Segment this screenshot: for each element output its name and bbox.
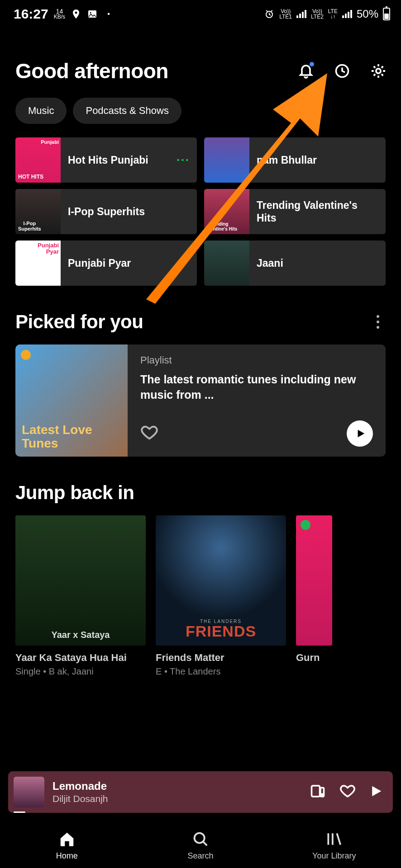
library-icon (325, 830, 343, 848)
clock-icon (334, 63, 350, 79)
picked-section-header: Picked for you (0, 286, 401, 344)
heart-icon (339, 783, 356, 799)
quick-label: I-Pop Superhits (61, 205, 197, 218)
play-button[interactable] (347, 420, 373, 447)
jump-card[interactable]: THE LANDERSFRIENDS Friends Matter E • Th… (156, 515, 286, 677)
nav-library[interactable]: Your Library (289, 830, 379, 861)
picked-cover: Latest Love Tunes (15, 344, 128, 457)
like-button[interactable] (339, 783, 356, 801)
like-button[interactable] (140, 424, 158, 443)
home-icon (58, 830, 76, 848)
status-clock: 16:27 (14, 6, 48, 22)
jump-card[interactable]: Gurn (296, 515, 332, 677)
jump-card[interactable]: Yaar x Sataya Yaar Ka Sataya Hua Hai Sin… (15, 515, 146, 677)
svg-rect-6 (312, 786, 320, 797)
now-playing-title: Lemonade (53, 780, 310, 793)
quick-card[interactable]: Jaani (204, 241, 386, 286)
jump-title: Yaar Ka Sataya Hua Hai (15, 652, 146, 664)
jump-subtitle: Single • B ak, Jaani (15, 666, 146, 677)
now-playing-artist: Diljit Dosanjh (53, 793, 310, 804)
jump-section-header: Jump back in (0, 457, 401, 515)
svg-point-2 (90, 12, 91, 14)
play-icon (356, 429, 366, 439)
signal-icon-2 (342, 10, 352, 18)
recently-played-button[interactable] (333, 62, 351, 80)
quick-card[interactable]: Punjabi Pyar Punjabi Pyar (15, 241, 197, 286)
now-playing-cover (14, 777, 44, 807)
svg-point-8 (322, 794, 323, 795)
quick-label: Punjabi Pyar (61, 257, 197, 269)
greeting-title: Good afternoon (15, 59, 168, 83)
play-pause-button[interactable] (369, 784, 383, 800)
quick-card[interactable]: HOT HITSPunjabi Hot Hits Punjabi ··· (15, 137, 197, 183)
heart-icon (140, 424, 158, 442)
more-options-button[interactable] (370, 314, 386, 330)
jump-title: Gurn (296, 652, 332, 664)
play-icon (369, 784, 383, 798)
svg-point-9 (195, 833, 205, 843)
devices-icon (310, 783, 326, 799)
sim2-indicator: Vo))LTE2 (311, 9, 324, 19)
notification-dot (310, 62, 314, 66)
svg-rect-1 (88, 10, 96, 18)
filter-chips: Music Podcasts & Shows (0, 96, 401, 137)
battery-icon (383, 8, 390, 20)
image-icon (87, 9, 98, 19)
jump-title: Friends Matter (156, 652, 286, 664)
search-icon (192, 830, 209, 848)
quick-card[interactable]: nam Bhullar (204, 137, 386, 183)
now-playing-indicator-icon: ··· (177, 153, 190, 167)
chip-music[interactable]: Music (15, 98, 67, 124)
bottom-nav: Home Search Your Library (0, 814, 401, 868)
home-header: Good afternoon (0, 27, 401, 96)
spotify-badge-icon (21, 350, 31, 360)
chip-podcasts[interactable]: Podcasts & Shows (73, 98, 181, 124)
gear-icon (370, 62, 387, 80)
sim1-indicator: Vo))LTE1 (279, 9, 292, 19)
network-speed: 14 KB/s (54, 9, 65, 19)
nav-search[interactable]: Search (155, 830, 246, 861)
dot-icon: • (103, 9, 114, 19)
quick-card[interactable]: nding alentine's Hits Trending Valentine… (204, 189, 386, 234)
jump-row[interactable]: Yaar x Sataya Yaar Ka Sataya Hua Hai Sin… (0, 515, 401, 677)
lte-indicator: LTE↓↑ (328, 9, 338, 19)
settings-button[interactable] (369, 62, 387, 80)
quick-label: nam Bhullar (249, 154, 386, 166)
quick-play-grid: HOT HITSPunjabi Hot Hits Punjabi ··· nam… (0, 137, 401, 286)
alarm-icon (264, 9, 275, 19)
battery-percent: 50% (357, 8, 378, 20)
picked-type: Playlist (140, 354, 373, 366)
svg-point-5 (376, 69, 381, 73)
now-playing-bar[interactable]: Lemonade Diljit Dosanjh (8, 771, 393, 813)
notifications-button[interactable] (297, 62, 315, 80)
progress-indicator (14, 811, 25, 813)
location-icon (71, 9, 81, 19)
quick-label: Hot Hits Punjabi (61, 154, 177, 166)
connect-device-button[interactable] (310, 783, 326, 801)
signal-icon-1 (296, 10, 306, 18)
jump-subtitle: E • The Landers (156, 666, 286, 677)
picked-description: The latest romantic tunes including new … (140, 372, 373, 402)
svg-point-0 (75, 12, 77, 14)
quick-label: Trending Valentine's Hits (249, 199, 386, 224)
section-title: Jump back in (15, 482, 134, 504)
picked-card[interactable]: Latest Love Tunes Playlist The latest ro… (15, 344, 386, 457)
quick-label: Jaani (249, 257, 386, 269)
quick-card[interactable]: I-Pop Superhits I-Pop Superhits (15, 189, 197, 234)
nav-home[interactable]: Home (22, 830, 112, 861)
status-bar: 16:27 14 KB/s • Vo))LTE1 Vo))LTE2 (0, 0, 401, 27)
section-title: Picked for you (15, 311, 143, 333)
